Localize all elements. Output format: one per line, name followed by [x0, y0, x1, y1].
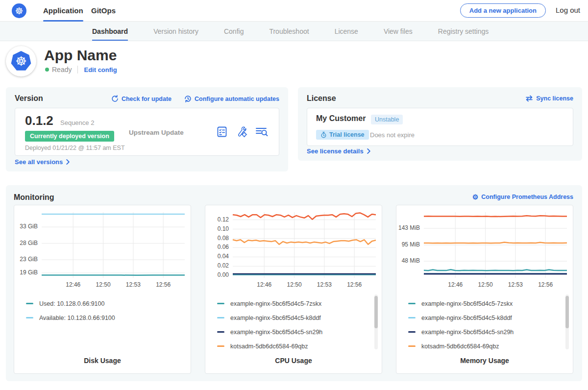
configure-automatic-updates-link[interactable]: Configure automatic updates — [184, 95, 279, 102]
x-axis-tick: 12:56 — [153, 281, 173, 288]
x-axis-tick: 12:50 — [475, 281, 496, 288]
legend-scrollbar[interactable] — [374, 294, 378, 349]
x-axis-tick: 12:50 — [284, 281, 305, 288]
logout-button[interactable]: Log out — [556, 6, 580, 14]
sync-license-label: Sync license — [536, 95, 573, 102]
chart-legend: Used: 10.128.0.66:9100Available: 10.128.… — [26, 296, 115, 325]
view-files-diff-icon[interactable] — [255, 126, 268, 138]
legend-color-dash — [408, 317, 416, 318]
current-version-row: 0.1.2 Sequence 2 Currently deployed vers… — [15, 108, 279, 156]
subnav-tab-license[interactable]: License — [335, 22, 358, 41]
x-axis-tick: 12:46 — [254, 281, 274, 288]
chart-title: CPU Usage — [205, 357, 382, 365]
see-license-details-link[interactable]: See license details — [307, 147, 371, 155]
subnav-tab-version-history[interactable]: Version history — [153, 22, 198, 41]
subnav-tab-registry-settings[interactable]: Registry settings — [438, 22, 489, 41]
y-axis-tick: 0.12 — [205, 216, 229, 223]
app-header: ☸ App Name Ready Edit config — [0, 41, 588, 87]
page-title: App Name — [44, 47, 117, 64]
kubernetes-logo-icon[interactable]: ☸ — [12, 3, 26, 18]
y-axis-tick: 0.02 — [205, 262, 229, 269]
legend-item: kotsadm-5db6dc6584-69qbz — [408, 339, 514, 353]
see-all-versions-link[interactable]: See all versions — [15, 158, 71, 166]
chart-title: Disk Usage — [14, 357, 191, 365]
monitoring-section: Monitoring ⚙ Configure Prometheus Addres… — [6, 185, 582, 381]
x-axis-tick: 12:50 — [93, 281, 114, 288]
chevron-right-icon — [366, 148, 371, 154]
y-axis-tick: 48 MiB — [396, 257, 420, 264]
legend-label: example-nginx-5bc6f5d4c5-k8ddf — [230, 315, 321, 321]
cpu-usage-chart-card: 0.120.100.080.060.040.020.0012:4612:5012… — [205, 205, 382, 374]
currently-deployed-badge: Currently deployed version — [25, 131, 114, 142]
y-axis-tick: 23 GiB — [14, 256, 38, 263]
legend-label: kotsadm-5db6dc6584-69qbz — [230, 343, 308, 350]
license-card-title: License — [307, 94, 336, 103]
chart-legend: example-nginx-5bc6f5d4c5-7zskxexample-ng… — [408, 296, 514, 353]
disk-usage-plot — [42, 212, 185, 278]
x-axis-tick: 12:53 — [123, 281, 144, 288]
y-axis-tick: 0.04 — [205, 253, 229, 260]
y-axis-tick: 28 GiB — [14, 240, 38, 246]
app-avatar: ☸ — [6, 46, 36, 76]
version-card-title: Version — [15, 94, 43, 103]
legend-color-dash — [217, 303, 224, 304]
preflight-checks-icon[interactable] — [216, 126, 228, 138]
app-sub-nav: DashboardVersion historyConfigTroublesho… — [0, 22, 588, 41]
configure-prometheus-link[interactable]: ⚙ Configure Prometheus Address — [472, 194, 573, 200]
subnav-tab-troubleshoot[interactable]: Troubleshoot — [269, 22, 309, 41]
check-for-update-link[interactable]: Check for update — [111, 95, 172, 102]
legend-label: example-nginx-5bc6f5d4c5-sn29h — [230, 329, 322, 336]
legend-scrollbar-thumb[interactable] — [565, 296, 569, 328]
subnav-tab-config[interactable]: Config — [224, 22, 244, 41]
y-axis-tick: 0.10 — [205, 225, 229, 232]
legend-color-dash — [217, 331, 224, 333]
add-new-application-button[interactable]: Add a new application — [460, 3, 546, 18]
status-text: Ready — [52, 66, 72, 73]
kubernetes-wheel-icon: ☸ — [15, 55, 26, 68]
license-expiry: Does not expire — [370, 131, 415, 139]
legend-color-dash — [408, 331, 416, 333]
subnav-tab-dashboard[interactable]: Dashboard — [92, 22, 128, 41]
topnav-tab-application[interactable]: Application — [43, 0, 83, 21]
chevron-right-icon — [65, 159, 71, 165]
configure-prometheus-label: Configure Prometheus Address — [481, 194, 573, 200]
legend-color-dash — [26, 303, 33, 304]
y-axis-tick: 0.08 — [205, 235, 229, 242]
x-axis-tick: 12:56 — [344, 281, 365, 288]
legend-item: example-nginx-5bc6f5d4c5-7zskx — [408, 296, 514, 311]
customer-name: My Customer — [316, 114, 366, 123]
subnav-tab-view-files[interactable]: View files — [384, 22, 413, 41]
topnav-tab-label: Application — [43, 6, 83, 15]
y-axis-tick: 0.06 — [205, 244, 229, 250]
stopwatch-icon — [320, 132, 327, 138]
configure-automatic-updates-label: Configure automatic updates — [195, 96, 279, 102]
license-type-label: Trial license — [329, 131, 365, 138]
topnav-tab-label: GitOps — [91, 6, 116, 15]
legend-label: example-nginx-5bc6f5d4c5-sn29h — [421, 329, 514, 336]
legend-item: Used: 10.128.0.66:9100 — [26, 296, 115, 311]
edit-config-link[interactable]: Edit config — [84, 66, 117, 73]
legend-item: example-nginx-5bc6f5d4c5-sn29h — [408, 325, 514, 339]
edit-config-icon[interactable] — [236, 126, 247, 138]
legend-scrollbar[interactable] — [565, 294, 569, 349]
memory-usage-plot — [424, 212, 567, 278]
legend-label: Used: 10.128.0.66:9100 — [39, 300, 104, 307]
legend-item: example-nginx-5bc6f5d4c5-sn29h — [217, 325, 322, 339]
legend-color-dash — [26, 317, 33, 318]
legend-scrollbar-thumb[interactable] — [374, 296, 378, 328]
x-axis-tick: 12:46 — [445, 281, 466, 288]
status-dot — [45, 68, 49, 72]
sync-license-link[interactable]: Sync license — [525, 95, 573, 102]
topnav-tab-gitops[interactable]: GitOps — [91, 0, 116, 21]
y-axis-tick: 33 GiB — [14, 223, 38, 230]
check-for-update-label: Check for update — [122, 96, 172, 102]
legend-item: example-nginx-5bc6f5d4c5-7zskx — [217, 296, 322, 311]
legend-color-dash — [408, 303, 416, 304]
divider — [77, 66, 78, 73]
legend-item: example-nginx-5bc6f5d4c5-k8ddf — [408, 311, 514, 325]
version-source: Upstream Update — [129, 129, 184, 136]
top-nav: ☸ Application GitOps Add a new applicati… — [0, 0, 588, 22]
chart-legend: example-nginx-5bc6f5d4c5-7zskxexample-ng… — [217, 296, 322, 353]
legend-item: example-nginx-5bc6f5d4c5-k8ddf — [217, 311, 322, 325]
channel-badge: Unstable — [371, 115, 403, 124]
